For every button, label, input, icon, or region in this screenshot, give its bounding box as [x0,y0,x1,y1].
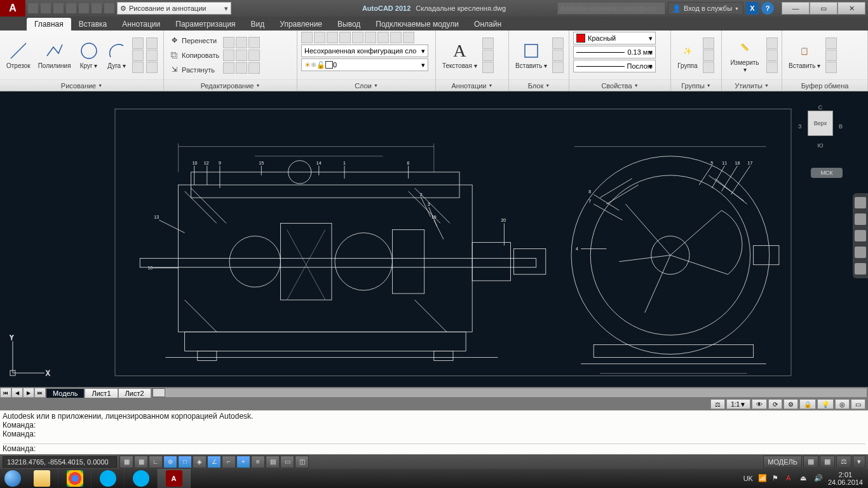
exchange-icon[interactable]: X [746,2,759,15]
measure-button[interactable]: 📏 Измерить ▾ [726,36,764,74]
volume-icon[interactable]: 🔊 [814,474,823,483]
leader-icon[interactable] [482,50,494,61]
group-bbox-icon[interactable] [703,62,714,73]
tab-model[interactable]: Модель [46,388,85,398]
rectangle-icon[interactable] [132,37,144,49]
isolate-icon[interactable]: ◎ [835,399,850,409]
qat-redo-icon[interactable] [104,3,114,13]
panel-properties-title[interactable]: Свойства▼ [569,79,670,91]
login-button[interactable]: 👤 Вход в службы ▼ [668,2,743,15]
tab-plugins[interactable]: Подключаемые модули [368,18,466,30]
dyn-toggle[interactable]: + [236,456,250,468]
erase-icon[interactable] [236,62,247,74]
layer-state-dropdown[interactable]: Несохраненная конфигурация сло [301,44,428,57]
layout-prev-icon[interactable]: ◀ [11,388,23,398]
task-skype2[interactable] [125,469,158,488]
annotation-visibility-icon[interactable]: 👁 [752,399,767,409]
task-skype1[interactable] [92,469,125,488]
edit-block-icon[interactable] [552,50,564,61]
line-button[interactable]: Отрезок [4,39,33,71]
viewcube[interactable]: С Ю З В Верх [798,104,843,149]
tab-layout2[interactable]: Лист2 [118,388,151,398]
fillet-icon[interactable] [248,37,260,48]
start-button[interactable] [0,469,25,488]
app-logo[interactable]: A [0,0,25,17]
workspace-dropdown[interactable]: ⚙ Рисование и аннотации [117,2,231,15]
viewcube-face[interactable]: Верх [808,111,833,136]
layer-prop-icon[interactable] [301,32,313,43]
command-window[interactable]: Autodesk или в приложении, лицензированн… [0,410,868,454]
zoom-extents-icon[interactable] [855,230,866,241]
annoscale-status-icon[interactable]: ⚖ [836,456,851,468]
snap-toggle[interactable]: ▦ [119,456,133,468]
model-space-button[interactable]: МОДЕЛЬ [763,456,802,468]
scale-icon[interactable] [223,62,234,74]
panel-layers-title[interactable]: Слои▼ [297,79,435,91]
layer-iso-icon[interactable] [390,32,402,43]
layer-prev-icon[interactable] [377,32,389,43]
group-edit-icon[interactable] [703,50,714,61]
ungroup-icon[interactable] [703,37,714,49]
clean-screen-icon[interactable]: ▭ [851,399,865,409]
linetype-dropdown[interactable]: Послою [573,60,656,72]
ducs-toggle[interactable]: ⌐ [222,456,236,468]
layout-next-icon[interactable]: ▶ [23,388,34,398]
quickview-drawings-icon[interactable]: ▦ [820,456,835,468]
lineweight-dropdown[interactable]: 0.13 мм [573,46,656,58]
layer-on-icon[interactable] [314,32,325,43]
quickview-layouts-icon[interactable]: ▦ [803,456,818,468]
3dosnap-toggle[interactable]: ◈ [193,456,207,468]
search-input[interactable] [557,2,665,15]
tray-autocad-icon[interactable]: A [786,474,795,483]
panel-utilities-title[interactable]: Утилиты▼ [722,79,782,91]
explode-icon[interactable] [248,62,260,74]
clock[interactable]: 2:01 24.06.2014 [828,471,863,486]
layer-match-icon[interactable] [365,32,376,43]
drawing-canvas[interactable]: 10 12 9 15 14 1 6 13 2 3 19 16 20 [114,104,792,381]
full-nav-wheel-icon[interactable] [855,197,866,208]
table-icon[interactable] [482,62,494,73]
qat-plot-icon[interactable] [79,3,89,13]
dimension-icon[interactable] [482,37,494,49]
command-input[interactable] [38,444,865,453]
tab-home[interactable]: Главная [27,18,71,30]
otrack-toggle[interactable]: ∠ [207,456,221,468]
viewcube-south[interactable]: Ю [817,142,823,149]
qat-new-icon[interactable] [28,3,38,13]
grid-toggle[interactable]: ▦ [134,456,148,468]
task-autocad[interactable]: A [158,469,191,488]
annoscale-icon[interactable]: ⚖ [710,399,725,409]
stretch-button[interactable]: ⇲Растянуть [168,63,220,77]
panel-groups-title[interactable]: Группы▼ [671,79,721,91]
point-icon[interactable] [146,62,158,73]
drawing-area[interactable]: [−] [Верхняя] [2D каркас] — ▭ ✕ [0,92,868,387]
qat-undo-icon[interactable] [92,3,102,13]
tab-output[interactable]: Вывод [330,18,368,30]
copy-clip-icon[interactable] [825,50,837,61]
hardware-accel-icon[interactable]: 💡 [817,399,834,409]
orbit-icon[interactable] [855,247,866,258]
group-button[interactable]: ✨ Группа [675,39,700,71]
arc-button[interactable]: Дуга ▾ [104,39,130,71]
ucs-msk-button[interactable]: МСК [811,168,843,178]
layer-color-icon[interactable] [352,32,363,43]
panel-block-title[interactable]: Блок▼ [509,79,569,91]
cut-icon[interactable] [825,37,837,49]
tab-insert[interactable]: Вставка [71,18,115,30]
viewcube-east[interactable]: В [839,123,843,130]
scale-dropdown[interactable]: 1:1 ▼ [726,399,750,409]
panel-modify-title[interactable]: Редактирование▼ [164,79,297,91]
layout-last-icon[interactable]: ⏭ [34,388,46,398]
layer-dropdown[interactable]: ☀ ❄ 🔓 0 [301,58,428,71]
coords-display[interactable]: 13218.4765, -8554.4015, 0.0000 [3,456,117,468]
array-icon[interactable] [248,50,260,61]
text-button[interactable]: A Текстовая ▾ [440,39,480,71]
maximize-button[interactable]: ▭ [810,2,837,15]
tpy-toggle[interactable]: ▤ [266,456,280,468]
lang-indicator[interactable]: UK [743,475,753,482]
network-icon[interactable]: 📶 [758,474,767,483]
calc-icon[interactable] [766,62,778,73]
tab-manage[interactable]: Управление [272,18,330,30]
panel-annotation-title[interactable]: Аннотации▼ [436,79,508,91]
qat-open-icon[interactable] [41,3,51,13]
